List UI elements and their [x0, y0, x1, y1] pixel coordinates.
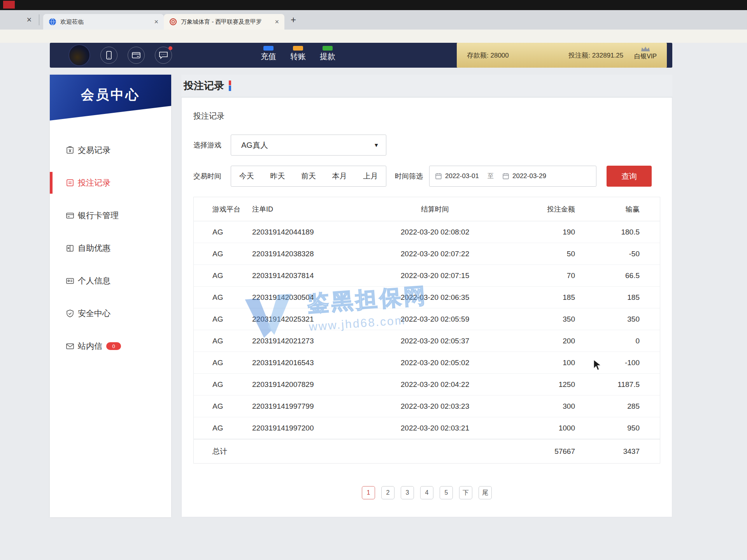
bank-card-icon	[65, 211, 75, 220]
cell-winloss: 350	[575, 315, 660, 324]
page-button-3[interactable]: 3	[401, 486, 414, 499]
tab-title: 欢迎莅临	[60, 18, 150, 26]
cell-amount: 100	[501, 359, 575, 367]
quick-date-daybefore[interactable]: 前天	[301, 171, 316, 181]
new-tab-icon[interactable]: +	[291, 14, 296, 25]
range-filter-label: 时间筛选	[395, 172, 423, 181]
card-tab-bet-records[interactable]: 投注记录	[193, 111, 660, 121]
cell-time: 2022-03-20 02:06:35	[369, 293, 501, 302]
page-title: 投注记录	[184, 79, 224, 93]
cell-amount: 185	[501, 293, 575, 302]
cell-amount: 350	[501, 315, 575, 324]
app-container: 充值 转账 提款 存款额: 28000 投注额: 232891.25	[50, 43, 672, 517]
crown-icon	[640, 46, 651, 52]
cell-amount: 300	[501, 402, 575, 411]
page-button-last[interactable]: 尾	[479, 486, 492, 499]
page-button-2[interactable]: 2	[381, 486, 395, 499]
quick-date-thismonth[interactable]: 本月	[332, 171, 347, 181]
sidebar-item-promotions[interactable]: 自助优惠	[50, 232, 171, 264]
calendar-icon	[435, 173, 442, 180]
sidebar-item-label: 交易记录	[78, 145, 110, 156]
id-card-icon	[65, 276, 75, 285]
phone-icon	[105, 51, 113, 60]
sidebar-item-messages[interactable]: 站内信 0	[50, 330, 171, 362]
tab-separator	[39, 14, 39, 25]
coupon-icon	[65, 243, 75, 253]
cell-bet-id: 220319141997200	[252, 424, 369, 432]
sidebar-header: 会员中心	[50, 75, 171, 121]
notification-dot	[168, 46, 172, 50]
col-header-winloss: 输赢	[575, 205, 660, 214]
bet-amount: 投注额: 232891.25	[568, 51, 623, 60]
cell-winloss: 1187.5	[575, 380, 660, 389]
browser-tab-welcome[interactable]: 欢迎莅临 ×	[43, 14, 164, 30]
close-icon[interactable]: ×	[154, 18, 158, 26]
main-area: 会员中心 交易记录	[50, 75, 672, 517]
wallet-icon	[65, 145, 75, 155]
table-row: AG 220319142021273 2022-03-20 02:05:37 2…	[194, 330, 660, 352]
total-winloss: 3437	[575, 447, 660, 456]
cell-amount: 1250	[501, 380, 575, 389]
close-icon[interactable]: ×	[23, 15, 35, 25]
nav-item-transfer[interactable]: 转账	[290, 49, 306, 62]
top-left-red-marker	[3, 1, 15, 9]
total-amount: 57667	[501, 447, 575, 456]
messages-button[interactable]	[155, 47, 172, 64]
quick-date-today[interactable]: 今天	[239, 171, 254, 181]
table-row: AG 220319142044189 2022-03-20 02:08:02 1…	[194, 221, 660, 243]
col-header-platform: 游戏平台	[194, 205, 252, 214]
vip-level[interactable]: 白银VIP	[634, 46, 657, 61]
table-row: AG 220319142025321 2022-03-20 02:05:59 3…	[194, 308, 660, 330]
cell-time: 2022-03-20 02:07:22	[369, 250, 501, 258]
time-filter-label: 交易时间	[193, 172, 231, 181]
sidebar-item-profile[interactable]: 个人信息	[50, 264, 171, 297]
browser-tab-sports[interactable]: 万象城体育 - 西甲联赛及意甲罗 ×	[164, 14, 284, 30]
search-button[interactable]: 查询	[607, 166, 652, 187]
tab-title: 万象城体育 - 西甲联赛及意甲罗	[181, 18, 271, 26]
quick-date-group: 今天 昨天 前天 本月 上月	[231, 166, 386, 187]
date-to-label: 至	[487, 172, 494, 180]
shield-check-icon	[65, 309, 75, 318]
browser-tab-bar: × 欢迎莅临 × 万象城体育 - 西甲联赛及意甲罗 × +	[0, 10, 747, 30]
nav-item-recharge[interactable]: 充值	[261, 49, 276, 62]
cell-platform: AG	[194, 359, 252, 367]
cell-time: 2022-03-20 02:05:37	[369, 337, 501, 345]
game-select[interactable]: AG真人 ▼	[231, 135, 386, 156]
withdraw-icon	[323, 46, 333, 51]
page-button-5[interactable]: 5	[440, 486, 453, 499]
bet-value: 232891.25	[592, 52, 623, 59]
sidebar-item-transactions[interactable]: 交易记录	[50, 134, 171, 166]
page-button-next[interactable]: 下	[459, 486, 472, 499]
sidebar-item-security[interactable]: 安全中心	[50, 297, 171, 330]
cell-winloss: 950	[575, 424, 660, 432]
globe-favicon-icon	[49, 18, 56, 26]
nav-item-label: 转账	[290, 52, 306, 61]
nav-item-label: 提款	[320, 52, 335, 61]
date-from-input[interactable]: 2022-03-01	[435, 172, 479, 180]
quick-date-yesterday[interactable]: 昨天	[270, 171, 285, 181]
deposit-label: 存款额:	[467, 52, 489, 59]
nav-item-withdraw[interactable]: 提款	[320, 49, 335, 62]
cell-time: 2022-03-20 02:08:02	[369, 228, 501, 236]
cell-platform: AG	[194, 380, 252, 389]
bet-records-card: 投注记录 选择游戏 AG真人 ▼ 交易时间 今天	[181, 97, 672, 517]
page-button-1[interactable]: 1	[362, 486, 375, 499]
page-button-4[interactable]: 4	[420, 486, 433, 499]
deposit-value: 28000	[490, 52, 509, 59]
bank-card-button[interactable]	[128, 47, 145, 64]
close-icon[interactable]: ×	[275, 18, 279, 26]
sidebar-item-bet-records[interactable]: 投注记录	[50, 166, 171, 199]
quick-date-lastmonth[interactable]: 上月	[363, 171, 378, 181]
table-row: AG 220319142038328 2022-03-20 02:07:22 5…	[194, 243, 660, 265]
cell-bet-id: 220319142021273	[252, 337, 369, 345]
site-logo[interactable]	[68, 44, 90, 66]
calendar-icon	[502, 173, 509, 180]
sidebar-item-bank-cards[interactable]: 银行卡管理	[50, 199, 171, 232]
page-title-row: 投注记录	[181, 75, 672, 97]
date-to-input[interactable]: 2022-03-29	[502, 172, 546, 180]
content-area: 投注记录 投注记录 选择游戏 AG真人 ▼	[181, 75, 672, 517]
cell-winloss: 285	[575, 402, 660, 411]
table-row: AG 220319142016543 2022-03-20 02:05:02 1…	[194, 352, 660, 374]
mobile-app-button[interactable]	[100, 47, 117, 64]
nav-item-label: 充值	[261, 52, 276, 61]
